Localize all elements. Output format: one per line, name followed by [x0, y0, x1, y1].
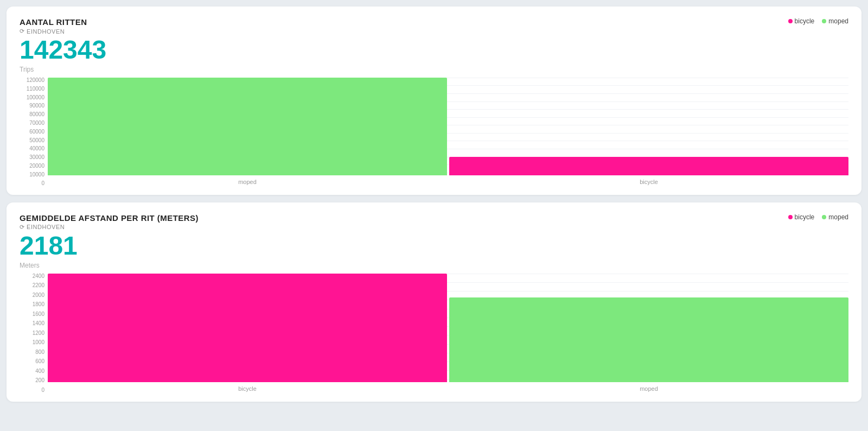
- moped-bar2: [449, 297, 848, 382]
- bicycle-bar: [449, 157, 848, 175]
- moped-dot2: [822, 215, 826, 219]
- bicycle-dot: [788, 19, 793, 23]
- legend2-moped: moped: [822, 213, 848, 221]
- legend-bicycle: bicycle: [788, 17, 815, 25]
- legend2-bicycle: bicycle: [788, 213, 815, 221]
- chart2-y-axis: 0 200 400 600 800 1000 1200 1400 1600 18…: [20, 274, 48, 393]
- moped-bar: [48, 78, 447, 175]
- chart2-legend: bicycle moped: [788, 213, 848, 221]
- bicycle-dot2: [788, 215, 793, 219]
- bar-bicycle: bicycle: [449, 78, 848, 186]
- legend-moped: moped: [822, 17, 848, 25]
- chart2-big-number: 2181: [20, 232, 848, 261]
- chart1-y-axis: 0 10000 20000 30000 40000 50000 60000 70…: [20, 78, 48, 186]
- chart2-unit: Meters: [20, 262, 848, 269]
- chart1-chart: 0 10000 20000 30000 40000 50000 60000 70…: [20, 78, 848, 186]
- chart1-big-number: 142343: [20, 36, 848, 65]
- bar-moped: moped: [48, 78, 447, 186]
- chart1-bars-row: moped bicycle: [48, 78, 848, 186]
- bicycle-label2: bicycle: [795, 213, 815, 221]
- chart2-chart: 0 200 400 600 800 1000 1200 1400 1600 18…: [20, 274, 848, 393]
- chart1-title: AANTAL RITTEN: [20, 17, 848, 27]
- chart1-bars-area: moped bicycle: [48, 78, 848, 186]
- chart2-bars-area: bicycle moped: [48, 274, 848, 393]
- moped-bar-label2: moped: [640, 385, 658, 393]
- bicycle-bar-label: bicycle: [640, 179, 658, 186]
- chart2-bars-row: bicycle moped: [48, 274, 848, 393]
- moped-label2: moped: [828, 213, 848, 221]
- chart1-card: bicycle moped AANTAL RITTEN ⟳ EINDHOVEN …: [7, 7, 861, 195]
- chart1-unit: Trips: [20, 66, 848, 73]
- chart2-location: EINDHOVEN: [27, 224, 65, 230]
- chart1-location-icon: ⟳: [20, 28, 24, 35]
- chart2-card: bicycle moped GEMIDDELDE AFSTAND PER RIT…: [7, 202, 861, 402]
- moped-dot: [822, 19, 826, 23]
- moped-bar-label: moped: [238, 179, 257, 186]
- moped-label: moped: [828, 17, 848, 25]
- chart2-location-icon: ⟳: [20, 224, 24, 231]
- bicycle-bar2: [48, 274, 447, 382]
- chart1-location: EINDHOVEN: [27, 28, 65, 35]
- bicycle-label: bicycle: [795, 17, 815, 25]
- bar2-bicycle: bicycle: [48, 274, 447, 393]
- bicycle-bar-label2: bicycle: [238, 385, 257, 393]
- chart2-title: GEMIDDELDE AFSTAND PER RIT (METERS): [20, 213, 848, 223]
- chart1-legend: bicycle moped: [788, 17, 848, 25]
- bar2-moped: moped: [449, 274, 848, 393]
